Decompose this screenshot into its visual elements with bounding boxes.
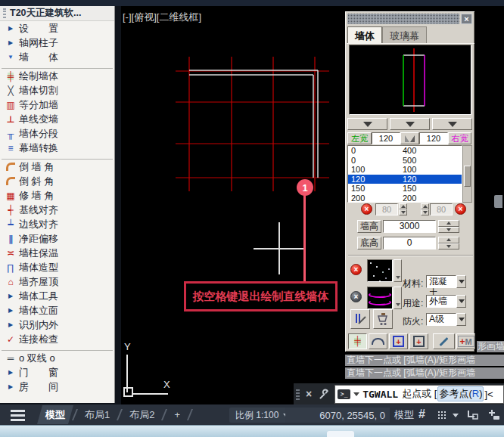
delete-left-icon[interactable] [361,203,372,215]
tool-button[interactable] [433,333,455,349]
tool-button[interactable] [389,333,408,349]
viewport-scrollbar-thumb[interactable] [494,195,502,208]
total-width-dropdown[interactable] [390,118,430,130]
right-width-dropdown[interactable] [432,118,472,130]
sidebar-item[interactable]: 等分加墙 [0,98,114,112]
sidebar-item[interactable]: 墙柱保温 [0,246,114,260]
annotation-monitor-icon[interactable] [487,408,500,424]
sidebar-item[interactable]: 识别内外 [0,318,114,332]
sidebar-item[interactable]: 边线对齐 [0,217,114,231]
material-cart-button[interactable] [373,309,393,329]
snap-mode-icon[interactable] [438,411,440,413]
sidebar-item[interactable]: 设 置 [0,21,114,36]
wall-height-stepper[interactable] [438,220,459,233]
list-scrollbar[interactable] [462,145,472,203]
scrollbar-thumb[interactable] [464,166,471,187]
tool-button[interactable] [369,333,387,349]
drag-grip-icon[interactable] [296,388,300,400]
sidebar-item[interactable]: 墙齐屋顶 [0,274,114,289]
model-space-toggle[interactable]: 模型 [394,404,414,425]
tool-button[interactable] [409,333,428,349]
sidebar-item[interactable]: 墙体造型 [0,260,114,274]
sidebar-item[interactable]: 倒 斜 角 [0,174,114,188]
snap-dropdown-icon[interactable] [453,414,459,417]
arrow-right-icon [2,22,19,35]
material-hatch-swatch[interactable] [367,259,393,282]
layout-tab[interactable]: 布局2 [121,405,166,424]
sidebar-item[interactable]: 净距偏移 [0,231,114,246]
right-offset-input[interactable]: 80 [430,203,453,215]
base-height-stepper[interactable] [438,237,459,249]
left-offset-input[interactable]: 80 [375,203,398,215]
layout-tab[interactable]: 布局1 [76,405,121,424]
sidebar-item[interactable]: 修 墙 角 [0,188,114,203]
pattern-swatch[interactable] [367,287,393,309]
tool-button[interactable] [348,333,367,349]
sidebar-item[interactable]: 门 窗 [0,365,114,380]
grid-display-icon[interactable]: # [418,404,425,424]
width-preset-row[interactable]: 100 100 [348,165,462,175]
close-icon[interactable]: × [306,388,312,400]
sidebar-title-bar[interactable]: T20天正建筑软... [0,6,114,21]
width-preset-row[interactable]: 200 200 [348,194,462,203]
sidebar-item[interactable]: 幕墙转换 [0,141,114,155]
console-icon[interactable]: >_ [338,389,350,399]
isometric-drafting-icon[interactable] [466,408,479,424]
sidebar-item[interactable]: 轴网柱子 [0,36,114,50]
close-icon[interactable]: × [461,14,472,24]
layout-tab[interactable]: 模型 [37,405,76,424]
usage-select[interactable]: 外墙 [426,295,456,308]
width-preset-row[interactable]: 0 500 [348,156,462,166]
hamburger-menu-icon[interactable] [11,410,25,412]
pattern-dropdown[interactable] [394,287,402,309]
wall-height-input[interactable]: 3000 [383,220,436,233]
command-input[interactable]: >_ TGWALL 起点或 [ 参考点(R) ]< [334,385,504,404]
left-offset-stepper[interactable] [399,203,407,215]
material-dropdown-icon[interactable] [456,275,466,288]
panel-tab[interactable]: 墙体 [347,26,382,44]
clear-hatch-icon[interactable] [350,264,362,275]
left-width-dropdown[interactable] [347,118,387,130]
sidebar-item[interactable]: 绘制墙体 [0,69,114,83]
wrench-icon[interactable] [318,389,329,400]
sidebar-item[interactable]: 连接检查 [0,332,114,346]
sidebar-item[interactable]: o 双线 o [0,351,114,365]
sidebar-item[interactable]: 墙体切割 [0,83,114,98]
sidebar-item[interactable]: 墙体立面 [0,303,114,318]
width-preset-row[interactable]: 120 120 [348,175,462,184]
sidebar-item[interactable]: 墙 体 [0,50,114,64]
left-width-value[interactable]: 120 [372,132,400,144]
command-option-chip[interactable]: 参考点(R) [437,386,484,401]
layout-tab[interactable]: + [166,405,191,424]
sidebar-item[interactable]: 单线变墙 [0,112,114,126]
baseline-pen-button[interactable] [350,309,370,329]
sidebar-item[interactable]: 房 间 [0,380,114,394]
mirror-icon[interactable] [400,132,419,144]
sidebar-item[interactable]: 倒 墙 角 [0,160,114,174]
sidebar-item[interactable]: 墙体分段 [0,126,114,141]
right-offset-stepper[interactable] [421,203,429,215]
clear-pattern-icon[interactable] [350,291,362,302]
panel-tab[interactable]: 玻璃幕 [382,26,427,44]
wall-insulation-icon [2,246,19,259]
width-preset-row[interactable]: 150 150 [348,184,462,194]
base-height-label[interactable]: 底高 [357,237,381,249]
sidebar-item[interactable]: 墙体工具 [0,289,114,303]
width-preset-row[interactable]: 0 400 [348,146,462,156]
wall-height-label[interactable]: 墙高 [357,220,381,233]
recent-commands-dropdown-icon[interactable] [353,392,359,396]
sidebar-item[interactable]: 基线对齐 [0,203,114,217]
delete-right-icon[interactable] [455,203,466,215]
wall-section-preview[interactable] [349,45,471,115]
fire-rating-dropdown-icon[interactable] [456,313,466,326]
hatch-dropdown[interactable] [394,259,402,282]
right-width-value[interactable]: 120 [419,132,448,144]
fire-rating-select[interactable]: A级 [426,313,456,326]
panel-drag-grip[interactable] [347,14,459,24]
base-height-input[interactable]: 0 [383,237,436,249]
drag-grip-icon[interactable] [3,8,6,18]
tool-button[interactable] [456,333,475,349]
material-select[interactable]: 混凝土 [426,275,456,288]
equal-add-wall-icon [2,98,19,111]
usage-dropdown-icon[interactable] [456,295,466,308]
